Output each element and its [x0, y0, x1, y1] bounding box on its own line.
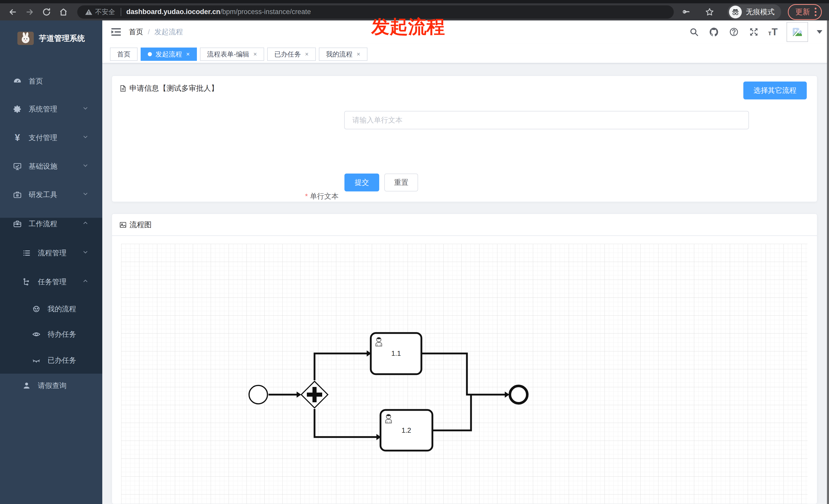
sidebar-item-dev-tools[interactable]: 研发工具	[0, 181, 102, 208]
yen-icon: ¥	[13, 133, 22, 142]
tab-label: 发起流程	[155, 50, 182, 59]
sidebar-item-workflow[interactable]: 工作流程	[0, 210, 102, 238]
sidebar-item-label: 待办任务	[47, 329, 76, 339]
apply-info-title-row: 申请信息【测试多审批人】	[119, 79, 218, 98]
sidebar-item-label: 我的流程	[47, 304, 76, 314]
browser-update-button[interactable]: 更新	[788, 4, 822, 20]
tab-start-process[interactable]: 发起流程 ×	[141, 47, 197, 61]
sidebar-item-payment[interactable]: ¥ 支付管理	[0, 124, 102, 152]
process-diagram-card: 流程图	[112, 214, 817, 504]
chevron-down-icon	[82, 190, 89, 199]
toolbox-icon	[13, 190, 22, 199]
reset-button[interactable]: 重置	[384, 173, 418, 191]
start-event[interactable]	[249, 385, 267, 404]
sidebar-item-home[interactable]: 首页	[0, 68, 102, 95]
sidebar-item-task-mgmt[interactable]: 任务管理	[0, 268, 102, 296]
breadcrumb-separator: /	[148, 28, 150, 36]
top-navbar: 首页 / 发起流程 тT	[102, 21, 829, 43]
security-label: 不安全	[95, 7, 115, 16]
flow-task2-join	[432, 395, 471, 430]
tab-label: 首页	[117, 50, 131, 59]
sidebar-item-my-process[interactable]: 我的流程	[0, 295, 102, 323]
back-icon[interactable]	[7, 6, 19, 17]
close-icon[interactable]: ×	[186, 51, 190, 57]
breadcrumb-home[interactable]: 首页	[129, 27, 143, 37]
search-icon[interactable]	[688, 26, 699, 38]
required-star: *	[305, 192, 308, 200]
sidebar-collapse-icon[interactable]	[110, 26, 122, 38]
sidebar: 芋道管理系统 首页 系统管理 ¥ 支付管理 基础设施 研发工具	[0, 21, 102, 504]
chevron-down-icon	[82, 162, 89, 171]
sidebar-item-done-tasks[interactable]: 已办任务	[0, 347, 102, 374]
eye-icon	[32, 330, 41, 339]
app-logo	[17, 32, 34, 45]
sidebar-item-infrastructure[interactable]: 基础设施	[0, 153, 102, 180]
forward-icon[interactable]	[24, 6, 35, 17]
breadcrumb: 首页 / 发起流程	[129, 21, 183, 43]
incognito-icon	[729, 6, 742, 18]
window-right-edge[interactable]	[827, 21, 829, 504]
tab-done-tasks[interactable]: 已办任务 ×	[267, 47, 316, 61]
end-event[interactable]	[510, 386, 527, 403]
task1-label: 1.1	[391, 350, 401, 357]
fullscreen-icon[interactable]	[748, 26, 759, 38]
tab-label: 流程表单-编辑	[207, 50, 249, 59]
user-task-2[interactable]: 1.2	[381, 410, 432, 451]
chevron-down-icon	[82, 105, 89, 114]
flow-gateway-to-task1	[315, 353, 367, 380]
choose-other-process-button[interactable]: 选择其它流程	[743, 81, 807, 100]
site-security-warning[interactable]: 不安全	[85, 7, 115, 16]
monitor-icon	[13, 162, 22, 171]
sidebar-item-label: 系统管理	[29, 104, 57, 114]
single-line-text-input[interactable]	[344, 111, 749, 129]
sidebar-item-leave-query[interactable]: 请假查询	[0, 372, 102, 399]
diagram-title-row: 流程图	[112, 214, 817, 236]
face-icon	[32, 304, 41, 314]
sidebar-item-label: 流程管理	[38, 248, 67, 258]
user-task-1[interactable]: 1.1	[371, 333, 422, 374]
sidebar-item-process-mgmt[interactable]: 流程管理	[0, 239, 102, 267]
bpmn-canvas[interactable]: 1.1 1.2	[121, 244, 807, 504]
chevron-down-icon	[82, 249, 89, 258]
close-icon[interactable]: ×	[305, 51, 309, 57]
github-icon[interactable]	[708, 26, 720, 38]
app-title: 芋道管理系统	[39, 33, 85, 44]
parallel-gateway[interactable]	[301, 381, 328, 408]
list-icon	[22, 248, 31, 258]
document-icon	[119, 85, 127, 92]
close-icon[interactable]: ×	[253, 51, 257, 57]
close-icon[interactable]: ×	[357, 51, 360, 57]
tab-form-edit[interactable]: 流程表单-编辑 ×	[200, 47, 264, 61]
breadcrumb-current: 发起流程	[154, 27, 183, 37]
browser-tab-strip	[0, 0, 829, 3]
font-size-icon[interactable]: тT	[768, 27, 778, 38]
tags-view-bar: 首页 发起流程 × 流程表单-编辑 × 已办任务 × 我的流程 ×	[102, 43, 829, 64]
submit-button[interactable]: 提交	[345, 173, 379, 191]
avatar-dropdown-caret[interactable]	[817, 30, 822, 34]
home-icon[interactable]	[58, 6, 69, 17]
flow-task1-to-end	[422, 353, 505, 395]
sidebar-item-todo-tasks[interactable]: 待办任务	[0, 320, 102, 348]
password-key-icon[interactable]	[680, 6, 692, 17]
incognito-label: 无痕模式	[746, 7, 774, 17]
annotation-title: 发起流程	[371, 17, 445, 36]
avatar[interactable]	[787, 22, 808, 42]
eye-closed-icon	[32, 356, 41, 365]
tab-home[interactable]: 首页	[110, 47, 138, 61]
sidebar-item-label: 工作流程	[29, 219, 57, 229]
tree-icon	[22, 277, 31, 286]
app-logo-row[interactable]: 芋道管理系统	[0, 26, 102, 51]
help-icon[interactable]	[728, 26, 740, 38]
user-icon	[22, 381, 31, 390]
briefcase-icon	[13, 219, 22, 229]
diagram-title: 流程图	[130, 220, 152, 230]
reload-icon[interactable]	[41, 6, 52, 17]
active-dot-icon	[148, 52, 152, 56]
bpmn-diagram: 1.1 1.2	[121, 244, 807, 504]
image-icon	[119, 221, 127, 229]
bookmark-star-icon[interactable]	[704, 6, 715, 17]
browser-menu-icon[interactable]	[815, 8, 817, 16]
sidebar-item-system[interactable]: 系统管理	[0, 95, 102, 123]
tab-my-process[interactable]: 我的流程 ×	[319, 47, 367, 61]
sidebar-item-label: 首页	[29, 76, 43, 86]
